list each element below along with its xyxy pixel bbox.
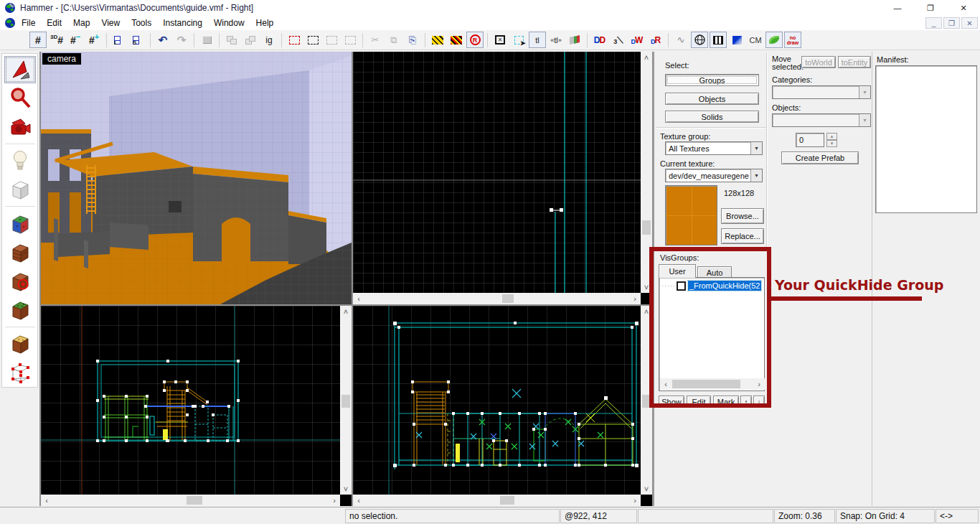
magnify-tool-button[interactable] <box>4 85 36 112</box>
ungroup-button[interactable] <box>242 32 259 48</box>
scroll-down-arrow[interactable]: ˅ <box>641 483 652 495</box>
create-prefab-button[interactable]: Create Prefab <box>781 151 859 164</box>
camera-tool-button[interactable] <box>4 113 36 141</box>
auto-selection-button[interactable]: ➤ <box>510 32 527 48</box>
select-groups-button[interactable]: Groups <box>665 74 759 86</box>
carve-button[interactable] <box>198 32 215 48</box>
texture-group-combobox[interactable]: All Textures▼ <box>665 141 763 155</box>
sphere-render-button[interactable] <box>691 32 708 48</box>
scroll-up-arrow[interactable]: ˄ <box>641 306 652 317</box>
viewport-2d-bottom-right[interactable]: ˄˅ ‹› <box>353 306 652 506</box>
vertex-tool-button[interactable] <box>4 359 36 386</box>
display-faces-button[interactable] <box>566 32 583 48</box>
visgroups-list[interactable]: ····· _FromQuickHide(52 ‹› <box>659 277 765 391</box>
grid-larger-button[interactable]: #+ <box>85 32 103 48</box>
categories-combobox[interactable]: ▼ <box>772 85 871 99</box>
menu-map[interactable]: Map <box>67 17 95 29</box>
menu-edit[interactable]: Edit <box>41 17 67 29</box>
apply-current-texture-button[interactable] <box>4 239 36 266</box>
minimize-button[interactable]: — <box>881 0 914 16</box>
manifest-list[interactable] <box>875 65 977 213</box>
scrollbar-thumb[interactable] <box>187 496 202 505</box>
horizontal-scrollbar[interactable]: ‹› <box>353 495 641 506</box>
scrollbar-thumb[interactable] <box>642 220 651 235</box>
dw-helper-button[interactable]: DW <box>628 32 646 48</box>
viewport-2d-top[interactable]: ˄˅ ‹› <box>353 52 652 304</box>
grid-toggle-button[interactable]: # <box>29 32 47 48</box>
texture-scale-lock-button[interactable] <box>448 32 465 48</box>
vertical-scrollbar[interactable]: ˄˅ <box>641 306 652 495</box>
scrollbar-thumb[interactable] <box>502 294 514 303</box>
dropdown-arrow-icon[interactable]: ▼ <box>859 86 870 98</box>
paste-button[interactable]: ⎘ <box>404 32 421 48</box>
menu-instancing[interactable]: Instancing <box>157 17 208 29</box>
copy-button[interactable]: ⧉ <box>385 32 402 48</box>
spin-up-icon[interactable]: ▲ <box>826 133 837 140</box>
mdi-minimize-button[interactable]: _ <box>925 17 942 29</box>
show-all-button[interactable] <box>341 32 359 48</box>
vertical-scrollbar[interactable]: ˄˅ <box>340 306 352 495</box>
ignore-groups-button[interactable]: ig <box>260 32 278 48</box>
mdi-close-button[interactable]: ✕ <box>961 17 978 29</box>
horizontal-scrollbar[interactable]: ‹› <box>353 293 641 304</box>
prefab-count-field[interactable]: 0 <box>796 133 824 147</box>
scrollbar-thumb[interactable] <box>642 395 651 408</box>
mdi-restore-button[interactable]: ❐ <box>943 17 960 29</box>
visgroup-move-down-button[interactable]: ↓ <box>753 396 765 408</box>
viewport-2d-bottom-left[interactable]: ˄˅ ‹› <box>41 306 352 506</box>
texture-lock-tl-button[interactable]: tl <box>529 32 546 48</box>
dr-helper-button[interactable]: DR <box>647 32 664 48</box>
pick-3d-button[interactable]: 3⟍ <box>610 32 627 48</box>
load-window-state-button[interactable]: L <box>110 32 128 48</box>
dropdown-arrow-icon[interactable]: ▼ <box>750 169 762 182</box>
viewport-3d[interactable]: camera <box>41 52 352 304</box>
visgroup-mark-button[interactable]: Mark <box>713 396 739 408</box>
to-world-button[interactable]: toWorld <box>801 56 836 68</box>
prefab-count-spinner[interactable]: ▲▼ <box>826 133 837 147</box>
selection-tool-button[interactable] <box>4 56 36 83</box>
visgroup-move-up-button[interactable]: ↑ <box>740 396 752 408</box>
cut-button[interactable]: ✂ <box>367 32 384 48</box>
scroll-up-arrow[interactable]: ˄ <box>340 306 352 317</box>
vertical-scrollbar[interactable]: ˄˅ <box>641 52 652 293</box>
scroll-down-arrow[interactable]: ˅ <box>340 483 352 495</box>
scroll-right-arrow[interactable]: › <box>329 495 340 506</box>
spin-down-icon[interactable]: ▼ <box>826 140 837 147</box>
scroll-left-arrow[interactable]: ‹ <box>41 495 52 506</box>
scroll-down-arrow[interactable]: ˅ <box>641 281 652 293</box>
restore-button[interactable]: ❐ <box>914 0 947 16</box>
texture-lock-button[interactable] <box>429 32 446 48</box>
scrollbar-thumb[interactable] <box>500 496 514 505</box>
texture-scale-tl-button[interactable]: «tl» <box>547 32 565 48</box>
scroll-right-arrow[interactable]: › <box>753 378 765 390</box>
scroll-up-arrow[interactable]: ˄ <box>641 52 652 63</box>
grid-smaller-button[interactable]: #− <box>67 32 84 48</box>
scroll-right-arrow[interactable]: › <box>629 495 641 506</box>
select-solids-button[interactable]: Solids <box>665 111 759 123</box>
objects-combobox[interactable]: ▼ <box>772 113 871 127</box>
hide-unselected-button[interactable] <box>304 32 321 48</box>
block-tool-button[interactable] <box>4 176 36 203</box>
radius-culling-button[interactable]: R <box>466 32 484 48</box>
texture-application-tool-button[interactable] <box>4 210 36 237</box>
cm-button[interactable]: CM <box>747 32 764 48</box>
visgroup-checkbox[interactable] <box>677 281 686 291</box>
group-button[interactable] <box>223 32 240 48</box>
save-window-state-button[interactable]: S <box>129 32 146 48</box>
clipping-tool-button[interactable] <box>4 330 36 357</box>
list-horizontal-scrollbar[interactable]: ‹› <box>660 378 765 390</box>
morph-scale-button[interactable]: ∿ <box>672 32 689 48</box>
scroll-left-arrow[interactable]: ‹ <box>660 378 672 390</box>
scrollbar-thumb[interactable] <box>672 380 740 388</box>
fade-preview-button[interactable] <box>728 32 745 48</box>
visgroup-show-button[interactable]: Show <box>659 396 684 408</box>
visgroup-item[interactable]: ····· _FromQuickHide(52 <box>661 281 761 291</box>
scroll-left-arrow[interactable]: ‹ <box>353 293 364 304</box>
close-button[interactable]: ✕ <box>947 0 980 16</box>
browse-button[interactable]: Browse... <box>721 208 764 224</box>
hide-selected-button[interactable] <box>286 32 303 48</box>
scrollbar-thumb[interactable] <box>341 395 350 408</box>
menu-view[interactable]: View <box>95 17 126 29</box>
redo-button[interactable]: ↷ <box>173 32 190 48</box>
grid-3d-button[interactable]: 3D# <box>48 32 65 48</box>
